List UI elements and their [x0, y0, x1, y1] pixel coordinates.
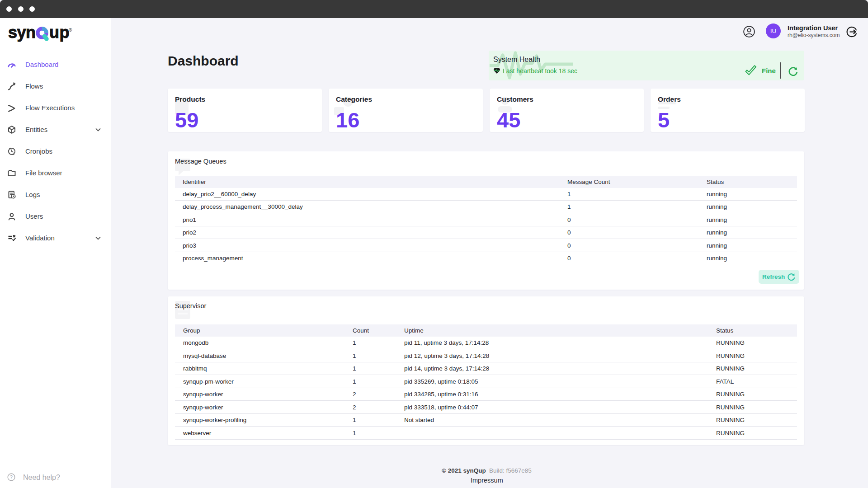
svg-text:?: ? [10, 474, 13, 480]
